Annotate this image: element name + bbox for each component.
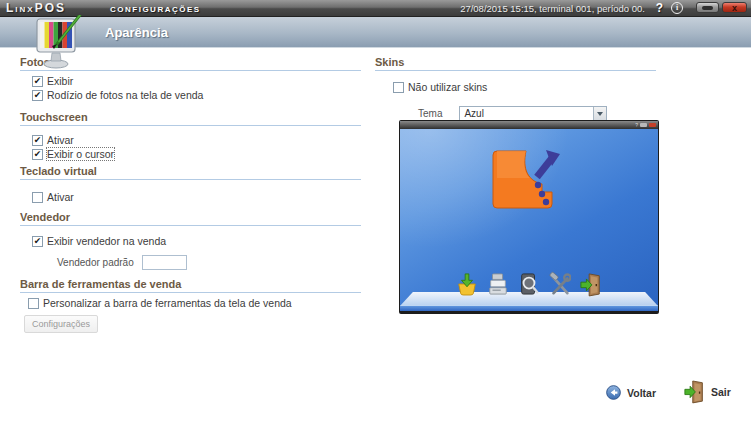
chevron-down-icon[interactable] bbox=[593, 107, 606, 120]
minimize-icon bbox=[702, 6, 713, 10]
help-icon[interactable]: ? bbox=[656, 1, 663, 15]
sair-button[interactable]: Sair bbox=[684, 379, 731, 404]
checkbox-icon[interactable] bbox=[28, 298, 39, 309]
tools-icon bbox=[549, 271, 571, 297]
search-device-icon bbox=[518, 271, 540, 297]
appearance-monitor-icon bbox=[33, 15, 85, 69]
cash-register-icon bbox=[487, 271, 509, 297]
checkbox-icon[interactable] bbox=[32, 90, 43, 101]
checkbox-label: Personalizar a barra de ferramentas da t… bbox=[43, 297, 292, 309]
checkbox-nao-utilizar-skins[interactable]: Não utilizar skins bbox=[393, 80, 656, 94]
checkbox-exibir-cursor[interactable]: Exibir o cursor bbox=[32, 147, 361, 161]
preview-dock bbox=[400, 271, 658, 297]
page-title: Aparência bbox=[105, 25, 168, 40]
checkbox-label: Ativar bbox=[47, 134, 74, 146]
exit-door-icon bbox=[684, 379, 705, 404]
close-button[interactable]: x bbox=[722, 2, 747, 13]
checkbox-ativar-touchscreen[interactable]: Ativar bbox=[32, 133, 361, 147]
info-icon[interactable]: i bbox=[671, 2, 683, 14]
checkbox-label: Exibir o cursor bbox=[47, 148, 114, 160]
close-icon: x bbox=[732, 4, 737, 12]
tema-selected-value: Azul bbox=[460, 107, 606, 120]
section-barra-ferramentas: Barra de ferramentas de venda Personaliz… bbox=[20, 278, 361, 333]
divider bbox=[20, 225, 361, 226]
checkbox-label: Exibir bbox=[47, 75, 73, 87]
divider bbox=[20, 125, 361, 126]
linxpos-logo: LinxPOS bbox=[6, 1, 66, 15]
section-teclado-virtual: Teclado virtual Ativar bbox=[20, 165, 361, 204]
vendedor-padrao-label: Vendedor padrão bbox=[57, 257, 134, 268]
section-skins: Skins Não utilizar skins Tema Azul bbox=[375, 56, 656, 121]
checkbox-icon[interactable] bbox=[32, 135, 43, 146]
section-vendedor-title: Vendedor bbox=[20, 211, 361, 223]
minimize-button[interactable] bbox=[696, 2, 719, 13]
checkbox-label: Ativar bbox=[47, 191, 74, 203]
checkbox-personalizar-barra[interactable]: Personalizar a barra de ferramentas da t… bbox=[28, 296, 361, 310]
preview-titlebar: ? bbox=[400, 121, 658, 129]
section-touchscreen: Touchscreen Ativar Exibir o cursor bbox=[20, 111, 361, 161]
checkbox-icon[interactable] bbox=[32, 76, 43, 87]
vendedor-padrao-row: Vendedor padrão bbox=[32, 255, 361, 270]
checkbox-icon[interactable] bbox=[32, 149, 43, 160]
theme-preview-image: ? bbox=[399, 120, 659, 314]
checkbox-label: Rodízio de fotos na tela de venda bbox=[47, 89, 203, 101]
session-info: 27/08/2015 15:15, terminal 001, período … bbox=[460, 3, 645, 14]
tema-select[interactable]: Azul bbox=[459, 106, 607, 121]
sair-label: Sair bbox=[711, 386, 731, 398]
checkbox-rodizio-fotos[interactable]: Rodízio de fotos na tela de venda bbox=[32, 88, 361, 102]
section-skins-title: Skins bbox=[375, 56, 656, 68]
checkbox-icon[interactable] bbox=[32, 192, 43, 203]
exit-door-icon bbox=[580, 271, 602, 297]
checkbox-exibir-vendedor[interactable]: Exibir vendedor na venda bbox=[32, 234, 361, 248]
configuracoes-button[interactable]: Configurações bbox=[24, 315, 98, 333]
section-barra-title: Barra de ferramentas de venda bbox=[20, 278, 361, 290]
vendedor-padrao-input[interactable] bbox=[142, 255, 187, 270]
back-arrow-icon bbox=[606, 385, 621, 400]
checkbox-exibir-fotos[interactable]: Exibir bbox=[32, 74, 361, 88]
preview-minimize-icon bbox=[640, 123, 647, 127]
section-teclado-title: Teclado virtual bbox=[20, 165, 361, 177]
divider bbox=[20, 179, 361, 180]
voltar-label: Voltar bbox=[627, 387, 656, 399]
preview-close-icon bbox=[649, 123, 656, 127]
checkbox-icon[interactable] bbox=[32, 236, 43, 247]
preview-help-icon: ? bbox=[635, 123, 638, 128]
window-title: Configurações bbox=[110, 2, 201, 14]
voltar-button[interactable]: Voltar bbox=[606, 385, 656, 400]
divider bbox=[20, 70, 361, 71]
tema-row: Tema Azul bbox=[393, 106, 656, 121]
checkbox-label: Exibir vendedor na venda bbox=[47, 235, 166, 247]
section-vendedor: Vendedor Exibir vendedor na venda Vended… bbox=[20, 211, 361, 270]
checkbox-ativar-teclado[interactable]: Ativar bbox=[32, 190, 361, 204]
tema-label: Tema bbox=[418, 108, 442, 119]
checkbox-label: Não utilizar skins bbox=[408, 81, 487, 93]
linxpos-brand-logo bbox=[490, 147, 562, 211]
divider bbox=[20, 292, 361, 293]
appearance-settings-window: LinxPOS Configurações 27/08/2015 15:15, … bbox=[0, 0, 751, 422]
basket-icon bbox=[456, 271, 478, 297]
checkbox-icon[interactable] bbox=[393, 82, 404, 93]
section-touchscreen-title: Touchscreen bbox=[20, 111, 361, 123]
titlebar: LinxPOS Configurações 27/08/2015 15:15, … bbox=[0, 0, 751, 17]
divider bbox=[375, 70, 656, 71]
